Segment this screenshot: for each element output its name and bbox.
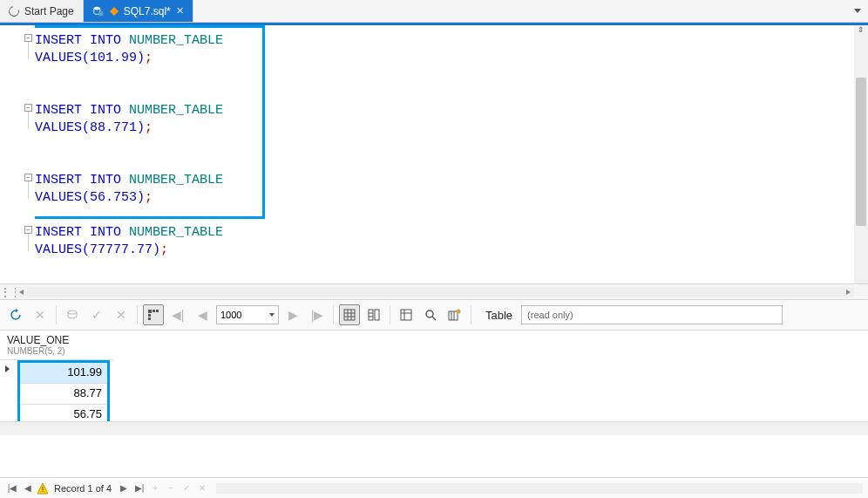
svg-rect-23 <box>449 311 458 320</box>
svg-rect-14 <box>369 310 373 320</box>
table-name: NUMBER_TABLE <box>129 173 223 188</box>
keyword: INSERT <box>35 225 82 240</box>
semicolon: ; <box>145 51 153 65</box>
find-button[interactable] <box>420 304 441 325</box>
fetch-size-combo[interactable]: 1000 <box>216 305 279 324</box>
gutter: − − − − <box>0 25 35 283</box>
table-name: NUMBER_TABLE <box>129 225 223 240</box>
split-handle[interactable]: ⋮⋮ <box>0 286 16 298</box>
tab-sql-file[interactable]: SQL7.sql* ✕ <box>84 0 193 22</box>
commit-button[interactable] <box>62 304 83 325</box>
results-hscroll[interactable] <box>0 421 868 435</box>
tab-label: Start Page <box>24 5 74 17</box>
keyword: INTO <box>90 103 121 118</box>
keyword: INTO <box>90 225 121 240</box>
grid-cell[interactable]: 101.99 <box>20 363 107 384</box>
svg-point-21 <box>426 310 433 317</box>
manage-columns-button[interactable] <box>444 304 465 325</box>
keyword: INSERT <box>35 103 82 118</box>
table-name: NUMBER_TABLE <box>129 103 223 118</box>
table-mode-button[interactable] <box>339 304 360 325</box>
readonly-combo[interactable]: (read only) <box>521 305 783 324</box>
status-hscroll[interactable] <box>216 483 863 494</box>
nav-prev-button[interactable]: ◀ <box>21 481 35 495</box>
keyword: VALUES <box>35 190 82 205</box>
refresh-icon <box>9 308 23 322</box>
last-page-button[interactable]: |▶ <box>307 304 328 325</box>
record-mode-button[interactable] <box>363 304 384 325</box>
column-header[interactable]: VALUE_ONE NUMBER(5, 2) <box>0 331 113 360</box>
svg-rect-18 <box>401 310 411 320</box>
svg-rect-8 <box>148 317 151 320</box>
grid-view-button[interactable] <box>143 304 164 325</box>
separator <box>390 305 390 324</box>
svg-point-3 <box>68 310 77 314</box>
delete-row-button[interactable]: − <box>164 481 178 495</box>
record-position: Record 1 of 4 <box>54 483 112 494</box>
scrollbar-thumb[interactable] <box>856 78 866 226</box>
paren: ) <box>137 120 145 135</box>
nav-last-button[interactable]: ▶| <box>132 481 146 495</box>
tab-overflow-menu[interactable] <box>847 0 868 22</box>
add-row-button[interactable]: + <box>148 481 162 495</box>
svg-rect-15 <box>375 310 379 320</box>
column-type: NUMBER(5, 2) <box>7 346 106 356</box>
table-name: NUMBER_TABLE <box>129 33 223 48</box>
save-row-button[interactable]: ✓ <box>180 481 193 495</box>
results-grid: VALUE_ONE NUMBER(5, 2) 101.99 88.77 56.7… <box>0 331 868 435</box>
readonly-value: (read only) <box>527 310 573 320</box>
grid-cell[interactable]: 88.77 <box>20 384 107 405</box>
apply-button[interactable]: ✓ <box>86 304 107 325</box>
refresh-button[interactable] <box>5 304 26 325</box>
fold-icon[interactable]: − <box>24 174 32 181</box>
nav-next-button[interactable]: ▶ <box>117 481 131 495</box>
prev-page-button[interactable]: ◀ <box>192 304 213 325</box>
number-literal: 101.99 <box>90 51 137 65</box>
separator <box>56 305 57 324</box>
nav-first-button[interactable]: |◀ <box>5 481 19 495</box>
highlight-box-results: 101.99 88.77 56.75 <box>17 360 110 428</box>
separator <box>333 305 334 324</box>
hscroll-track[interactable] <box>16 287 854 297</box>
fetch-size-value: 1000 <box>220 310 241 320</box>
code-area[interactable]: INSERT INTO NUMBER_TABLE VALUES(101.99);… <box>35 25 868 283</box>
fold-icon[interactable]: − <box>24 104 32 112</box>
stop-button[interactable]: ✕ <box>30 304 51 325</box>
commit-icon <box>65 308 79 322</box>
search-icon <box>424 309 437 321</box>
svg-rect-7 <box>148 314 151 317</box>
sql-editor[interactable]: − − − − INSERT INTO NUMBER_TABLE VALUES(… <box>0 25 868 283</box>
svg-marker-2 <box>110 7 119 16</box>
close-icon[interactable]: ✕ <box>176 5 184 17</box>
fold-icon[interactable]: − <box>24 34 32 42</box>
tab-start-page[interactable]: Start Page <box>0 0 84 22</box>
next-page-button[interactable]: ▶ <box>282 304 303 325</box>
vertical-scrollbar[interactable]: ⇕ <box>854 25 868 283</box>
number-literal: 77777.77 <box>90 242 153 257</box>
first-page-button[interactable]: ◀| <box>167 304 188 325</box>
paren: ) <box>137 190 145 205</box>
semicolon: ; <box>145 190 153 205</box>
paren: ( <box>82 51 90 65</box>
results-toolbar: ✕ ✓ ✕ ◀| ◀ 1000 ▶ |▶ Table (read only) <box>0 299 868 331</box>
semicolon: ; <box>160 242 168 257</box>
svg-rect-4 <box>148 310 152 313</box>
warning-icon: ! <box>37 482 49 495</box>
column-name: VALUE_ONE <box>7 334 106 346</box>
pivot-button[interactable] <box>396 304 417 325</box>
view-mode-label: Table <box>485 309 512 322</box>
paren: ) <box>137 51 145 65</box>
split-handle-icon[interactable]: ⇕ <box>854 25 868 38</box>
fold-icon[interactable]: − <box>24 226 32 234</box>
current-row-indicator-icon <box>5 365 10 372</box>
svg-point-0 <box>93 6 99 10</box>
grid-icon <box>147 309 159 321</box>
paren: ) <box>153 242 160 257</box>
cancel-row-button[interactable]: ✕ <box>195 481 209 495</box>
keyword: INSERT <box>35 173 82 188</box>
svg-text:!: ! <box>42 485 44 494</box>
keyword: INSERT <box>35 33 82 48</box>
keyword: INTO <box>90 33 121 48</box>
paren: ( <box>82 242 90 257</box>
rollback-button[interactable]: ✕ <box>111 304 132 325</box>
